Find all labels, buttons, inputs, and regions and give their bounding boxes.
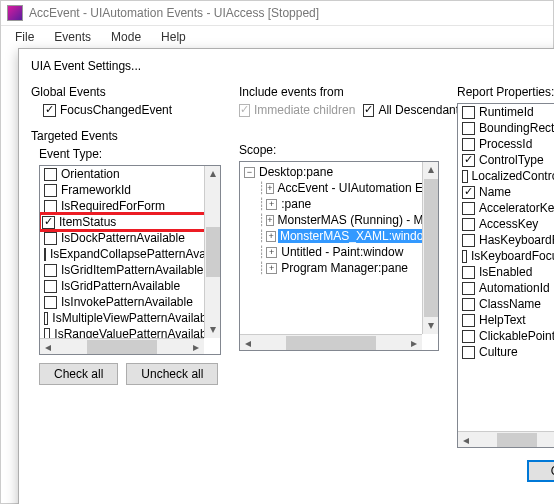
- event-checkbox[interactable]: [44, 200, 57, 213]
- event-item[interactable]: IsRequiredForForm: [40, 198, 220, 214]
- report-item[interactable]: IsEnabled: [458, 264, 554, 280]
- menu-help[interactable]: Help: [153, 28, 194, 46]
- report-properties-list[interactable]: RuntimeIdBoundingRectangleProcessIdContr…: [457, 103, 554, 448]
- report-checkbox[interactable]: [462, 218, 475, 231]
- scope-hscroll[interactable]: ◂▸: [240, 334, 422, 350]
- event-item[interactable]: ItemStatus: [40, 214, 220, 230]
- report-item[interactable]: HasKeyboardFocus: [458, 232, 554, 248]
- report-checkbox[interactable]: [462, 138, 475, 151]
- focus-changed-checkbox[interactable]: [43, 104, 56, 117]
- event-item[interactable]: IsExpandCollapsePatternAvailable: [40, 246, 220, 262]
- report-label: IsEnabled: [479, 265, 532, 279]
- event-item[interactable]: IsDockPatternAvailable: [40, 230, 220, 246]
- event-type-label: Event Type:: [39, 147, 221, 161]
- tree-item[interactable]: ┊+:pane: [256, 196, 436, 212]
- event-hscroll[interactable]: ◂▸: [40, 338, 204, 354]
- event-label: IsMultipleViewPatternAvailable: [52, 311, 216, 325]
- all-descendants-label: All Descendants: [378, 103, 465, 117]
- report-item[interactable]: AccessKey: [458, 216, 554, 232]
- report-checkbox[interactable]: [462, 106, 475, 119]
- tree-item[interactable]: ┊+MonsterMAS (Running) - Microsoft: [256, 212, 436, 228]
- event-item[interactable]: Orientation: [40, 166, 220, 182]
- all-descendants-checkbox[interactable]: [363, 104, 374, 117]
- report-label: AccessKey: [479, 217, 538, 231]
- report-item[interactable]: Culture: [458, 344, 554, 360]
- event-checkbox[interactable]: [44, 264, 57, 277]
- ok-button[interactable]: OK: [527, 460, 554, 482]
- report-item[interactable]: ProcessId: [458, 136, 554, 152]
- tree-item[interactable]: ┊+Untitled - Paint:window: [256, 244, 436, 260]
- report-item[interactable]: LocalizedControlType: [458, 168, 554, 184]
- report-label: Name: [479, 185, 511, 199]
- report-checkbox[interactable]: [462, 330, 475, 343]
- event-checkbox[interactable]: [44, 232, 57, 245]
- event-checkbox[interactable]: [44, 184, 57, 197]
- scope-vscroll[interactable]: ▴▾: [422, 162, 438, 334]
- report-label: HelpText: [479, 313, 526, 327]
- check-all-button[interactable]: Check all: [39, 363, 118, 385]
- report-item[interactable]: RuntimeId: [458, 104, 554, 120]
- event-type-list[interactable]: OrientationFrameworkIdIsRequiredForFormI…: [39, 165, 221, 355]
- report-checkbox[interactable]: [462, 154, 475, 167]
- report-label: ClickablePoint: [479, 329, 554, 343]
- event-label: IsGridPatternAvailable: [61, 279, 180, 293]
- event-item[interactable]: FrameworkId: [40, 182, 220, 198]
- report-checkbox[interactable]: [462, 298, 475, 311]
- event-item[interactable]: IsInvokePatternAvailable: [40, 294, 220, 310]
- report-item[interactable]: ClickablePoint: [458, 328, 554, 344]
- event-vscroll[interactable]: ▴▾: [204, 166, 220, 338]
- report-checkbox[interactable]: [462, 170, 468, 183]
- menu-file[interactable]: File: [7, 28, 42, 46]
- report-item[interactable]: IsKeyboardFocusable: [458, 248, 554, 264]
- event-label: IsExpandCollapsePatternAvailable: [50, 247, 220, 261]
- report-item[interactable]: AutomationId: [458, 280, 554, 296]
- event-checkbox[interactable]: [44, 312, 48, 325]
- dialog-title: UIA Event Settings...: [31, 59, 554, 73]
- event-checkbox[interactable]: [44, 248, 46, 261]
- event-label: IsRequiredForForm: [61, 199, 165, 213]
- event-checkbox[interactable]: [42, 216, 55, 229]
- report-item[interactable]: BoundingRectangle: [458, 120, 554, 136]
- tree-root[interactable]: −Desktop:pane: [242, 164, 436, 180]
- report-checkbox[interactable]: [462, 250, 467, 263]
- report-label: ControlType: [479, 153, 544, 167]
- event-checkbox[interactable]: [44, 168, 57, 181]
- scope-label: Scope:: [239, 143, 439, 157]
- report-label: RuntimeId: [479, 105, 534, 119]
- report-checkbox[interactable]: [462, 266, 475, 279]
- event-checkbox[interactable]: [44, 280, 57, 293]
- event-item[interactable]: IsGridPatternAvailable: [40, 278, 220, 294]
- report-label: HasKeyboardFocus: [479, 233, 554, 247]
- uncheck-all-button[interactable]: Uncheck all: [126, 363, 218, 385]
- report-item[interactable]: ControlType: [458, 152, 554, 168]
- tree-item[interactable]: ┊+Program Manager:pane: [256, 260, 436, 276]
- report-checkbox[interactable]: [462, 282, 475, 295]
- report-checkbox[interactable]: [462, 346, 475, 359]
- immediate-children-checkbox: [239, 104, 250, 117]
- include-events-label: Include events from: [239, 85, 439, 99]
- report-item[interactable]: AcceleratorKey: [458, 200, 554, 216]
- report-item[interactable]: HelpText: [458, 312, 554, 328]
- menu-bar: File Events Mode Help: [1, 26, 553, 48]
- event-label: FrameworkId: [61, 183, 131, 197]
- menu-mode[interactable]: Mode: [103, 28, 149, 46]
- scope-tree[interactable]: −Desktop:pane ┊+AccEvent - UIAutomation …: [239, 161, 439, 351]
- report-label: ProcessId: [479, 137, 532, 151]
- report-checkbox[interactable]: [462, 122, 475, 135]
- report-checkbox[interactable]: [462, 202, 475, 215]
- event-label: IsGridItemPatternAvailable: [61, 263, 204, 277]
- event-checkbox[interactable]: [44, 296, 57, 309]
- menu-events[interactable]: Events: [46, 28, 99, 46]
- report-checkbox[interactable]: [462, 234, 475, 247]
- event-item[interactable]: IsGridItemPatternAvailable: [40, 262, 220, 278]
- tree-item-selected[interactable]: ┊+MonsterMAS_XAML:window: [256, 228, 436, 244]
- tree-item[interactable]: ┊+AccEvent - UIAutomation Events: [256, 180, 436, 196]
- event-item[interactable]: IsMultipleViewPatternAvailable: [40, 310, 220, 326]
- report-item[interactable]: Name: [458, 184, 554, 200]
- report-checkbox[interactable]: [462, 314, 475, 327]
- report-item[interactable]: ClassName: [458, 296, 554, 312]
- event-label: IsDockPatternAvailable: [61, 231, 185, 245]
- report-hscroll[interactable]: ◂▸: [458, 431, 554, 447]
- report-checkbox[interactable]: [462, 186, 475, 199]
- event-label: ItemStatus: [59, 215, 116, 229]
